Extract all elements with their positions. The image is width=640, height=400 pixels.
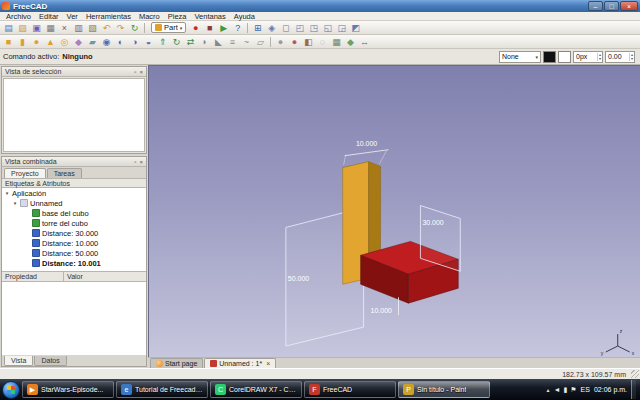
undo-icon[interactable]: ↶ xyxy=(100,22,113,34)
whats-this-icon[interactable]: ? xyxy=(231,22,244,34)
tab-unnamed-document[interactable]: Unnamed : 1* × xyxy=(204,358,276,368)
intersection-icon[interactable]: ◑ xyxy=(128,36,141,48)
dimension-label-right[interactable]: 30.000 xyxy=(422,219,443,226)
texture-icon[interactable]: ▦ xyxy=(330,36,343,48)
close-button[interactable]: × xyxy=(620,1,638,11)
sphere-icon[interactable]: ● xyxy=(30,36,43,48)
workbench-selector[interactable]: Part ▾ xyxy=(151,22,186,33)
menu-item[interactable]: Editar xyxy=(35,12,63,21)
save-icon[interactable]: ▣ xyxy=(30,22,43,34)
refresh-icon[interactable]: ↻ xyxy=(128,22,141,34)
left-view-icon[interactable]: ◩ xyxy=(349,22,362,34)
network-icon[interactable]: ▮ xyxy=(563,386,567,394)
revolve-icon[interactable]: ↻ xyxy=(170,36,183,48)
copy-icon[interactable]: ▥ xyxy=(72,22,85,34)
ruled-surface-icon[interactable]: ▱ xyxy=(254,36,267,48)
action-center-icon[interactable]: ⚑ xyxy=(570,386,576,394)
new-file-icon[interactable]: ▤ xyxy=(2,22,15,34)
line-color-button[interactable] xyxy=(543,51,556,63)
menu-item[interactable]: Archivo xyxy=(2,12,35,21)
close-panel-icon[interactable]: × xyxy=(139,68,143,76)
tree-expander-icon[interactable]: ▾ xyxy=(12,200,18,206)
chamfer-icon[interactable]: ◣ xyxy=(212,36,225,48)
extrude-icon[interactable]: ⇑ xyxy=(156,36,169,48)
tree-item[interactable]: base del cubo xyxy=(2,208,146,218)
color-per-face-icon[interactable]: ◧ xyxy=(302,36,315,48)
value-column-header[interactable]: Valor xyxy=(64,272,146,281)
taskbar-button[interactable]: e Tutorial de Freecad ... xyxy=(116,381,208,398)
tab-vista[interactable]: Vista xyxy=(4,356,33,366)
cylinder-icon[interactable]: ▮ xyxy=(16,36,29,48)
sweep-icon[interactable]: ~ xyxy=(240,36,253,48)
fit-all-icon[interactable]: ⊞ xyxy=(251,22,264,34)
taskbar-button[interactable]: F FreeCAD xyxy=(304,381,396,398)
cut-boolean-icon[interactable]: ◐ xyxy=(114,36,127,48)
tree-item[interactable]: torre del cubo xyxy=(2,218,146,228)
material-icon[interactable]: ● xyxy=(288,36,301,48)
dimension-top[interactable]: 10.000 xyxy=(344,140,389,165)
snap-mode-combo[interactable]: None ▾ xyxy=(499,51,541,63)
cut-icon[interactable]: × xyxy=(58,22,71,34)
random-color-icon[interactable]: ◆ xyxy=(344,36,357,48)
spin-down-icon[interactable]: ▾ xyxy=(599,57,601,61)
shape-builder-icon[interactable]: ▰ xyxy=(86,36,99,48)
macro-record-icon[interactable]: ● xyxy=(189,22,202,34)
open-folder-icon[interactable]: ▨ xyxy=(16,22,29,34)
menu-item[interactable]: Ver xyxy=(63,12,82,21)
dimension-front[interactable]: 10.000 xyxy=(371,297,399,315)
tab-datos[interactable]: Datos xyxy=(34,356,66,366)
bottom-view-icon[interactable]: ◲ xyxy=(335,22,348,34)
transparency-icon[interactable]: ◌ xyxy=(316,36,329,48)
paste-icon[interactable]: ▧ xyxy=(86,22,99,34)
tree-item[interactable]: Distance: 10.000 xyxy=(2,238,146,248)
3d-viewport[interactable]: 10.000 30.000 50.000 10.000 xyxy=(148,65,640,357)
primitives-icon[interactable]: ◆ xyxy=(72,36,85,48)
line-width-spinbox[interactable]: 0px ▴▾ xyxy=(573,51,603,63)
dimension-label-left[interactable]: 50.000 xyxy=(288,275,309,282)
macro-stop-icon[interactable]: ■ xyxy=(203,22,216,34)
measure-distance-icon[interactable]: ↔ xyxy=(358,36,371,48)
spin-down-icon[interactable]: ▾ xyxy=(631,57,633,61)
tree-item[interactable]: Distance: 50.000 xyxy=(2,248,146,258)
tab-tareas[interactable]: Tareas xyxy=(47,168,82,178)
union-icon[interactable]: ◉ xyxy=(100,36,113,48)
menu-item[interactable]: Ventanas xyxy=(191,12,230,21)
float-panel-icon[interactable]: ▫ xyxy=(134,68,136,76)
float-panel-icon[interactable]: ▫ xyxy=(134,158,136,166)
taskbar-button[interactable]: C CorelDRAW X7 - C:\... xyxy=(210,381,302,398)
tab-start-page[interactable]: Start page xyxy=(150,358,203,368)
tree-item[interactable]: ▾ Unnamed xyxy=(2,198,146,208)
taskbar-button[interactable]: ▶ StarWars-Episode... xyxy=(22,381,114,398)
resize-grip[interactable] xyxy=(631,370,639,378)
loft-icon[interactable]: ≡ xyxy=(226,36,239,48)
top-view-icon[interactable]: ◰ xyxy=(293,22,306,34)
fillet-icon[interactable]: ◗ xyxy=(198,36,211,48)
clock[interactable]: 02:06 p.m. xyxy=(594,386,627,393)
start-button[interactable] xyxy=(2,381,20,399)
maximize-button[interactable]: □ xyxy=(604,1,619,11)
cone-icon[interactable]: ▲ xyxy=(44,36,57,48)
rear-view-icon[interactable]: ◱ xyxy=(321,22,334,34)
tree-item[interactable]: Distance: 30.000 xyxy=(2,228,146,238)
minimize-button[interactable]: – xyxy=(588,1,603,11)
tree-column-header[interactable]: Etiquetas & Atributos xyxy=(2,178,146,188)
property-column-header[interactable]: Propiedad xyxy=(2,272,64,281)
redo-icon[interactable]: ↷ xyxy=(114,22,127,34)
menu-item[interactable]: Herramientas xyxy=(82,12,135,21)
tree-item[interactable]: ▾ Aplicación xyxy=(2,188,146,198)
appearance-icon[interactable]: ● xyxy=(274,36,287,48)
macro-play-icon[interactable]: ▶ xyxy=(217,22,230,34)
menu-item[interactable]: Pieza xyxy=(164,12,191,21)
right-view-icon[interactable]: ◳ xyxy=(307,22,320,34)
tab-proyecto[interactable]: Proyecto xyxy=(4,168,46,178)
box-icon[interactable]: ■ xyxy=(2,36,15,48)
volume-icon[interactable]: ◄ xyxy=(554,386,561,393)
hidden-icons-button[interactable]: ▴ xyxy=(546,386,549,393)
front-view-icon[interactable]: ◻ xyxy=(279,22,292,34)
section-icon[interactable]: ◒ xyxy=(142,36,155,48)
print-icon[interactable]: ▦ xyxy=(44,22,57,34)
show-desktop-button[interactable] xyxy=(631,380,636,399)
tree-item[interactable]: Distance: 10.001 xyxy=(2,258,146,268)
mirror-icon[interactable]: ⇄ xyxy=(184,36,197,48)
menu-item[interactable]: Macro xyxy=(135,12,164,21)
